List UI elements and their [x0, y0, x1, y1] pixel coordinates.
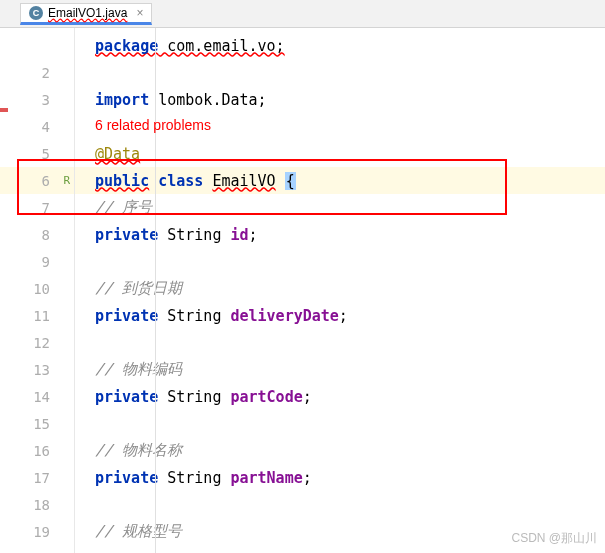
run-icon[interactable]: R: [63, 174, 70, 187]
gutter-row[interactable]: 10: [0, 275, 74, 302]
gutter-row[interactable]: 5: [0, 140, 74, 167]
java-class-icon: C: [29, 6, 43, 20]
gutter-row[interactable]: 13: [0, 356, 74, 383]
gutter-row[interactable]: 12: [0, 329, 74, 356]
gutter-row[interactable]: 7: [0, 194, 74, 221]
watermark: CSDN @那山川: [511, 530, 597, 547]
gutter-row[interactable]: 3: [0, 86, 74, 113]
gutter-row[interactable]: 2: [0, 59, 74, 86]
editor: 2 3 4 5 6 R ✎ 7 8 9 10 11 12 13 14 15 16…: [0, 28, 605, 553]
gutter-row[interactable]: 9: [0, 248, 74, 275]
indent-guide: [155, 28, 156, 553]
gutter-row[interactable]: 17: [0, 464, 74, 491]
gutter-row[interactable]: 19: [0, 518, 74, 545]
cursor-selection: {: [285, 172, 296, 190]
gutter-row[interactable]: 14: [0, 383, 74, 410]
gutter: 2 3 4 5 6 R ✎ 7 8 9 10 11 12 13 14 15 16…: [0, 28, 75, 553]
gutter-row[interactable]: 15: [0, 410, 74, 437]
close-icon[interactable]: ×: [136, 6, 143, 20]
gutter-row[interactable]: 6 R ✎: [0, 167, 74, 194]
gutter-row[interactable]: 16: [0, 437, 74, 464]
gutter-row[interactable]: 11: [0, 302, 74, 329]
problems-hint[interactable]: 6 related problems: [95, 117, 211, 133]
gutter-row[interactable]: 18: [0, 491, 74, 518]
tab-filename: EmailVO1.java: [48, 6, 127, 20]
gutter-row[interactable]: [0, 32, 74, 59]
code-area[interactable]: 6 related problems package com.email.vo;…: [75, 28, 605, 553]
gutter-row[interactable]: 8: [0, 221, 74, 248]
gutter-row[interactable]: 4: [0, 113, 74, 140]
file-tab[interactable]: C EmailVO1.java ×: [20, 3, 152, 25]
tab-bar: C EmailVO1.java ×: [0, 0, 605, 28]
